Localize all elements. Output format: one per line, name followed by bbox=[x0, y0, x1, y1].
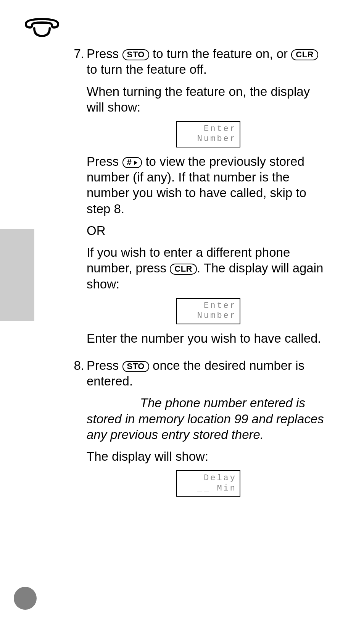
lcd-line: __ Min bbox=[180, 484, 237, 494]
instruction-text: Press STO to turn the feature on, or CLR… bbox=[87, 46, 330, 78]
lcd-display: Enter Number bbox=[176, 298, 240, 324]
text: to turn the feature off. bbox=[87, 62, 207, 76]
on-hook-phone-icon bbox=[24, 17, 60, 38]
step-body: Press STO once the desired number is ent… bbox=[87, 358, 330, 503]
instruction-text: The display will show: bbox=[87, 449, 330, 464]
text: Press bbox=[87, 47, 122, 61]
or-separator: OR bbox=[87, 223, 330, 238]
instruction-text: Press STO once the desired number is ent… bbox=[87, 358, 330, 389]
instruction-text: Enter the number you wish to have called… bbox=[87, 330, 330, 346]
lcd-line: Enter bbox=[180, 124, 237, 134]
lcd-display: Delay __ Min bbox=[176, 470, 240, 497]
instruction-text: Press # to view the previously stored nu… bbox=[87, 154, 330, 217]
lcd-display: Enter Number bbox=[176, 121, 240, 147]
lcd-line: Number bbox=[180, 311, 237, 321]
instruction-text: If you wish to enter a different phone n… bbox=[87, 244, 330, 292]
lcd-line: Delay bbox=[180, 473, 237, 483]
step-number: 7. bbox=[67, 46, 87, 352]
lcd-line: Enter bbox=[180, 301, 237, 311]
step-body: Press STO to turn the feature on, or CLR… bbox=[87, 46, 330, 352]
clr-key-icon: CLR bbox=[170, 264, 197, 275]
note-text: The phone number entered is stored in me… bbox=[87, 395, 330, 442]
manual-content: 7. Press STO to turn the feature on, or … bbox=[67, 46, 330, 508]
clr-key-icon: CLR bbox=[291, 49, 318, 60]
sto-key-icon: STO bbox=[122, 49, 149, 60]
instruction-text: When turning the feature on, the display… bbox=[87, 84, 330, 115]
hash-key-icon: # bbox=[122, 157, 142, 168]
text: to turn the feature on, or bbox=[149, 47, 291, 61]
step-8: 8. Press STO once the desired number is … bbox=[67, 358, 330, 503]
step-number: 8. bbox=[67, 358, 87, 503]
lcd-line: Number bbox=[180, 134, 237, 144]
thumb-tab bbox=[0, 229, 34, 321]
text: Press bbox=[87, 154, 122, 168]
page-number-dot bbox=[14, 587, 37, 610]
sto-key-icon: STO bbox=[122, 361, 149, 372]
step-7: 7. Press STO to turn the feature on, or … bbox=[67, 46, 330, 352]
text: Press bbox=[87, 358, 122, 372]
